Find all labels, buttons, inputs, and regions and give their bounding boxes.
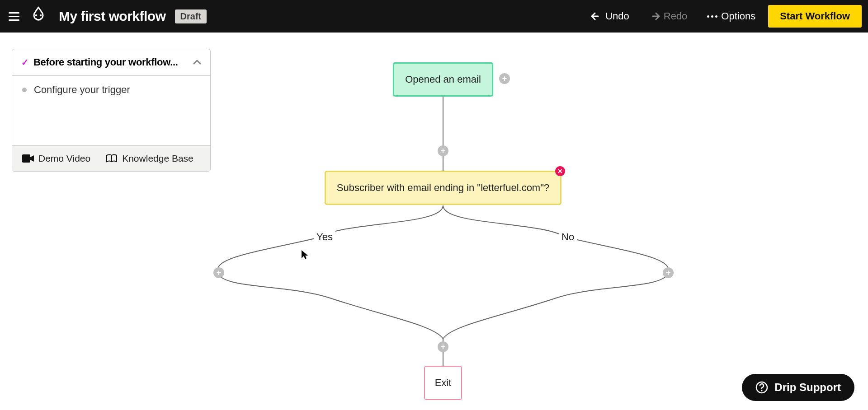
chevron-up-icon — [193, 58, 201, 66]
exit-node-label: Exit — [435, 377, 452, 389]
ellipsis-icon — [707, 15, 717, 18]
getting-started-panel: ✓ Before starting your workflow... Confi… — [12, 49, 211, 172]
delete-node-button[interactable]: ✕ — [555, 166, 565, 176]
help-icon — [755, 381, 768, 394]
task-label: Configure your trigger — [34, 84, 130, 96]
undo-button[interactable]: Undo — [586, 8, 634, 25]
svg-point-6 — [761, 390, 763, 391]
exit-node[interactable]: Exit — [424, 366, 462, 400]
support-button[interactable]: Drip Support — [742, 374, 854, 401]
panel-header[interactable]: ✓ Before starting your workflow... — [12, 49, 210, 76]
options-button[interactable]: Options — [703, 8, 760, 25]
task-configure-trigger[interactable]: Configure your trigger — [22, 84, 200, 96]
support-label: Drip Support — [774, 381, 841, 394]
decision-node[interactable]: Subscriber with email ending in "letterf… — [325, 171, 561, 205]
redo-button[interactable]: Redo — [645, 8, 692, 25]
add-step-no-button[interactable]: + — [663, 267, 674, 278]
redo-icon — [649, 12, 660, 21]
svg-point-1 — [40, 14, 42, 16]
options-label: Options — [721, 10, 755, 22]
demo-video-link[interactable]: Demo Video — [22, 153, 90, 164]
add-step-button[interactable]: + — [438, 145, 448, 156]
video-icon — [22, 154, 34, 163]
menu-button[interactable] — [6, 9, 22, 24]
branch-label-no: No — [559, 231, 577, 243]
knowledge-base-link[interactable]: Knowledge Base — [106, 153, 193, 164]
add-step-before-exit-button[interactable]: + — [438, 341, 448, 352]
add-trigger-button[interactable]: + — [499, 73, 510, 84]
check-icon: ✓ — [21, 57, 29, 68]
trigger-node-label: Opened an email — [405, 74, 481, 85]
add-step-yes-button[interactable]: + — [213, 267, 224, 278]
trigger-node[interactable]: Opened an email — [393, 62, 493, 97]
undo-label: Undo — [605, 10, 629, 22]
svg-rect-2 — [22, 154, 30, 163]
bullet-icon — [22, 88, 27, 92]
workflow-title: My first workflow — [59, 9, 166, 24]
undo-icon — [591, 12, 602, 21]
book-icon — [106, 154, 118, 163]
svg-point-0 — [35, 14, 37, 16]
branch-label-yes: Yes — [314, 231, 335, 243]
panel-title: Before starting your workflow... — [33, 56, 178, 68]
demo-video-label: Demo Video — [38, 153, 90, 164]
knowledge-base-label: Knowledge Base — [122, 153, 193, 164]
decision-node-label: Subscriber with email ending in "letterf… — [337, 182, 550, 194]
drip-logo-icon — [31, 6, 46, 26]
mouse-cursor-icon — [301, 249, 309, 260]
redo-label: Redo — [664, 10, 688, 22]
start-workflow-button[interactable]: Start Workflow — [768, 5, 862, 28]
status-badge: Draft — [175, 9, 207, 23]
